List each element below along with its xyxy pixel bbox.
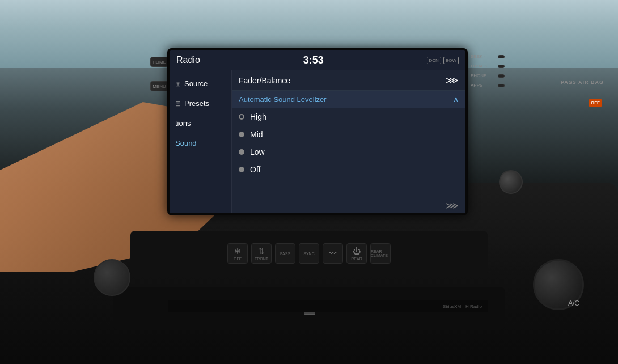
bow-icon: BOW: [443, 57, 459, 64]
screen-icons: DCN BOW: [427, 57, 459, 64]
pass-button[interactable]: PASS: [275, 243, 295, 264]
infotainment-bezel: Radio 3:53 DCN BOW ⊞ Source ⊟ Presets: [167, 48, 468, 215]
menu-button[interactable]: MENU: [150, 81, 168, 91]
radio-dot-low: [239, 149, 244, 155]
seek-row: SEEK ›: [471, 54, 505, 59]
phone-row: PHONE: [471, 73, 505, 78]
rear-label: REAR: [351, 257, 362, 261]
apps-row: APPS: [471, 83, 505, 88]
sync-button[interactable]: SYNC: [299, 243, 319, 264]
phone-button[interactable]: [498, 74, 505, 78]
screen-clock: 3:53: [303, 54, 324, 66]
screen-sidebar: ⊞ Source ⊟ Presets tions Sound: [170, 70, 232, 213]
off-label: OFF: [234, 257, 242, 261]
rear-icon: ⏻: [353, 247, 361, 256]
branding-bar: SiriusXM H Radio: [168, 300, 488, 312]
option-high-label: High: [250, 112, 266, 121]
airbag-label: PASS AIR BAG: [561, 79, 604, 85]
screen-header: Radio 3:53 DCN BOW: [170, 50, 465, 70]
off-icon: ❄: [234, 247, 241, 256]
seek-label: SEEK ›: [471, 54, 485, 59]
screen-body: ⊞ Source ⊟ Presets tions Sound: [170, 70, 465, 213]
sidebar-item-presets[interactable]: ⊟ Presets: [170, 95, 231, 112]
radio-dot-mid: [239, 132, 244, 137]
left-knob[interactable]: [94, 259, 130, 296]
track-label: ‹TRACK: [471, 64, 488, 69]
pass-label: PASS: [280, 252, 290, 256]
radio-brand: H Radio: [465, 304, 482, 309]
track-row: ‹TRACK: [471, 64, 505, 69]
front-icon: ⇅: [258, 247, 265, 256]
right-controls: SEEK › ‹TRACK PHONE APPS: [471, 54, 505, 88]
sidebar-item-source[interactable]: ⊞ Source: [170, 75, 231, 92]
infotainment-screen: Radio 3:53 DCN BOW ⊞ Source ⊟ Presets: [170, 50, 465, 213]
presets-icon: ⊟: [175, 100, 181, 108]
front-label: FRONT: [255, 257, 268, 261]
screen-content: Fader/Balance ⋙ Automatic Sound Levelize…: [232, 70, 465, 213]
radio-dot-high: [239, 114, 244, 120]
sync-label: SYNC: [303, 252, 314, 256]
sidebar-sound-label: Sound: [175, 139, 197, 147]
rear-climate-button[interactable]: REAR CLIMATE: [370, 243, 391, 264]
option-mid-label: Mid: [250, 130, 263, 139]
apps-button[interactable]: [498, 84, 505, 87]
sidebar-options-label: tions: [175, 119, 191, 128]
option-low[interactable]: Low: [232, 143, 465, 161]
fader-balance-row[interactable]: Fader/Balance ⋙: [232, 70, 465, 91]
option-off-label: Off: [250, 165, 260, 174]
radio-dot-off: [239, 167, 244, 172]
off-button[interactable]: ❄ OFF: [227, 243, 248, 264]
fader-balance-expand-icon: ⋙: [446, 75, 459, 86]
option-off[interactable]: Off: [232, 161, 465, 179]
rear-heat-icon: 〰: [329, 249, 337, 258]
rear-climate-label: REAR CLIMATE: [371, 249, 390, 257]
bottom-controls-strip: ❄ OFF ⇅ FRONT PASS SYNC 〰 ⏻ REAR REAR CL…: [130, 231, 488, 276]
seek-button[interactable]: [498, 55, 505, 58]
option-low-label: Low: [250, 147, 265, 156]
screen-title: Radio: [176, 55, 200, 65]
sidebar-source-label: Source: [184, 79, 208, 88]
auto-sound-levelizer-header[interactable]: Automatic Sound Levelizer ∧: [232, 91, 465, 108]
scroll-down-area[interactable]: ⋙: [232, 198, 465, 213]
tune-scroll-knob[interactable]: [499, 170, 523, 194]
rear-heat-button[interactable]: 〰: [323, 243, 343, 264]
source-icon: ⊞: [175, 80, 181, 88]
fader-balance-label: Fader/Balance: [239, 76, 290, 85]
track-button[interactable]: [498, 65, 505, 68]
front-button[interactable]: ⇅ FRONT: [251, 243, 272, 264]
option-high[interactable]: High: [232, 108, 465, 126]
sidebar-item-options[interactable]: tions: [170, 115, 231, 132]
apps-label: APPS: [471, 83, 482, 88]
collapse-icon: ∧: [453, 95, 459, 104]
scroll-down-icon: ⋙: [446, 200, 459, 211]
phone-label: PHONE: [471, 73, 486, 78]
ac-label: A/C: [568, 299, 579, 307]
sidebar-item-sound[interactable]: Sound: [170, 134, 231, 152]
sidebar-presets-label: Presets: [184, 99, 209, 108]
option-mid[interactable]: Mid: [232, 126, 465, 143]
dcn-icon: DCN: [427, 57, 441, 64]
rear-button[interactable]: ⏻ REAR: [346, 243, 367, 264]
home-button[interactable]: HOME: [150, 57, 168, 67]
siriusxm-brand: SiriusXM: [443, 304, 461, 309]
auto-sound-levelizer-label: Automatic Sound Levelizer: [239, 95, 327, 104]
airbag-warning: OFF: [589, 99, 602, 107]
